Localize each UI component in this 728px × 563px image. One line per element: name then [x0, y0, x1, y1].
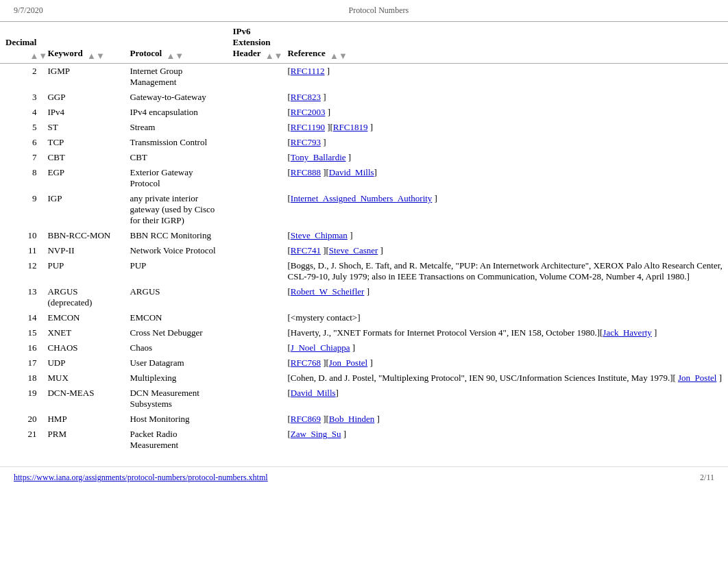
cell-keyword: XNET: [42, 325, 124, 340]
cell-protocol: Transmission Control: [124, 135, 227, 150]
cell-ipv6: [227, 64, 282, 90]
cell-decimal: 17: [0, 355, 42, 371]
table-row: 16CHAOSChaos[J_Noel_Chiappa ]: [0, 340, 728, 355]
ref-link[interactable]: Zaw_Sing_Su: [291, 429, 341, 439]
cell-ipv6: [227, 371, 282, 386]
ref-link[interactable]: Bob_Hinden: [329, 414, 374, 424]
cell-ipv6: [227, 310, 282, 325]
ref-link[interactable]: RFC1819: [333, 122, 368, 132]
cell-protocol: Stream: [124, 120, 227, 135]
cell-keyword: ST: [42, 120, 124, 135]
col-header-reference: Reference ▲▼: [282, 22, 728, 64]
cell-reference: [J_Noel_Chiappa ]: [282, 340, 728, 355]
ref-link[interactable]: RFC741: [291, 245, 321, 255]
cell-keyword: ARGUS (deprecated): [42, 284, 124, 310]
cell-ipv6: [227, 105, 282, 120]
sort-icon-ipv6[interactable]: ▲▼: [265, 51, 272, 58]
cell-keyword: IGMP: [42, 64, 124, 90]
cell-ipv6: [227, 120, 282, 135]
ref-link[interactable]: RFC768: [291, 358, 321, 368]
ref-link[interactable]: RFC1112: [291, 66, 325, 76]
cell-reference: [Cohen, D. and J. Postel, "Multiplexing …: [282, 371, 728, 386]
cell-protocol: PUP: [124, 258, 227, 284]
cell-decimal: 16: [0, 340, 42, 355]
cell-decimal: 3: [0, 90, 42, 105]
cell-protocol: Chaos: [124, 340, 227, 355]
sort-icon-reference[interactable]: ▲▼: [330, 51, 337, 58]
cell-protocol: DCN Measurement Subsystems: [124, 386, 227, 412]
cell-reference: [Boggs, D., J. Shoch, E. Taft, and R. Me…: [282, 258, 728, 284]
cell-keyword: PRM: [42, 427, 124, 453]
cell-reference: [RFC741 ][Steve_Casner ]: [282, 243, 728, 258]
table-row: 21PRMPacket Radio Measurement[Zaw_Sing_S…: [0, 427, 728, 453]
cell-keyword: CHAOS: [42, 340, 124, 355]
ref-link[interactable]: Jon_Postel: [678, 373, 716, 383]
ref-link[interactable]: Steve_Casner: [329, 245, 378, 255]
ref-link[interactable]: David_Mills: [291, 388, 336, 398]
ref-link[interactable]: Jon_Postel: [329, 358, 367, 368]
cell-keyword: NVP-II: [42, 243, 124, 258]
ref-link[interactable]: Jack_Haverty: [603, 327, 651, 338]
cell-ipv6: [227, 191, 282, 228]
cell-protocol: Multiplexing: [124, 371, 227, 386]
cell-decimal: 14: [0, 310, 42, 325]
cell-reference: [RFC888 ][David_Mills]: [282, 165, 728, 191]
cell-ipv6: [227, 90, 282, 105]
page-footer: https://www.iana.org/assignments/protoco…: [0, 466, 728, 488]
cell-decimal: 9: [0, 191, 42, 228]
cell-reference: [RFC1112 ]: [282, 64, 728, 90]
cell-keyword: DCN-MEAS: [42, 386, 124, 412]
ref-link[interactable]: David_Mills: [329, 167, 374, 177]
table-header-row: Decimal ▲▼ Keyword ▲▼ Protocol ▲▼ IPv6 E…: [0, 22, 728, 64]
sort-icon-protocol[interactable]: ▲▼: [166, 51, 173, 58]
cell-protocol: CBT: [124, 150, 227, 165]
cell-ipv6: [227, 258, 282, 284]
cell-ipv6: [227, 355, 282, 371]
footer-page: 2/11: [700, 473, 714, 483]
table-row: 18MUXMultiplexing[Cohen, D. and J. Poste…: [0, 371, 728, 386]
ref-link[interactable]: Steve_Chipman: [291, 230, 348, 240]
cell-keyword: UDP: [42, 355, 124, 371]
sort-icon-keyword[interactable]: ▲▼: [87, 51, 94, 58]
ref-link[interactable]: RFC2003: [291, 107, 326, 117]
ref-link[interactable]: RFC888: [291, 167, 321, 177]
sort-icon-decimal[interactable]: ▲▼: [29, 51, 36, 58]
ref-link[interactable]: RFC793: [291, 137, 321, 147]
footer-url[interactable]: https://www.iana.org/assignments/protoco…: [14, 473, 268, 483]
cell-keyword: BBN-RCC-MON: [42, 228, 124, 243]
table-row: 8EGPExterior Gateway Protocol[RFC888 ][D…: [0, 165, 728, 191]
col-header-decimal: Decimal ▲▼: [0, 22, 42, 64]
cell-ipv6: [227, 150, 282, 165]
ref-link[interactable]: J_Noel_Chiappa: [291, 342, 350, 353]
cell-protocol: User Datagram: [124, 355, 227, 371]
col-header-protocol: Protocol ▲▼: [124, 22, 227, 64]
cell-decimal: 18: [0, 371, 42, 386]
table-row: 7CBTCBT[Tony_Ballardie ]: [0, 150, 728, 165]
cell-protocol: ARGUS: [124, 284, 227, 310]
table-row: 13ARGUS (deprecated)ARGUS[Robert_W_Schei…: [0, 284, 728, 310]
cell-protocol: BBN RCC Monitoring: [124, 228, 227, 243]
cell-decimal: 13: [0, 284, 42, 310]
cell-ipv6: [227, 386, 282, 412]
ref-link[interactable]: RFC823: [291, 92, 321, 102]
cell-reference: [David_Mills]: [282, 386, 728, 412]
cell-decimal: 5: [0, 120, 42, 135]
cell-ipv6: [227, 427, 282, 453]
cell-decimal: 10: [0, 228, 42, 243]
ref-link[interactable]: Tony_Ballardie: [291, 152, 346, 162]
cell-protocol: EMCON: [124, 310, 227, 325]
cell-protocol: Exterior Gateway Protocol: [124, 165, 227, 191]
cell-ipv6: [227, 228, 282, 243]
cell-ipv6: [227, 340, 282, 355]
ref-link[interactable]: RFC869: [291, 414, 321, 424]
cell-ipv6: [227, 243, 282, 258]
col-header-keyword: Keyword ▲▼: [42, 22, 124, 64]
cell-keyword: IPv4: [42, 105, 124, 120]
ref-link[interactable]: Robert_W_Scheifler: [291, 286, 365, 297]
ref-link[interactable]: Internet_Assigned_Numbers_Authority: [291, 193, 433, 203]
cell-reference: [Tony_Ballardie ]: [282, 150, 728, 165]
cell-decimal: 11: [0, 243, 42, 258]
ref-link[interactable]: RFC1190: [291, 122, 325, 132]
cell-keyword: IGP: [42, 191, 124, 228]
cell-decimal: 21: [0, 427, 42, 453]
